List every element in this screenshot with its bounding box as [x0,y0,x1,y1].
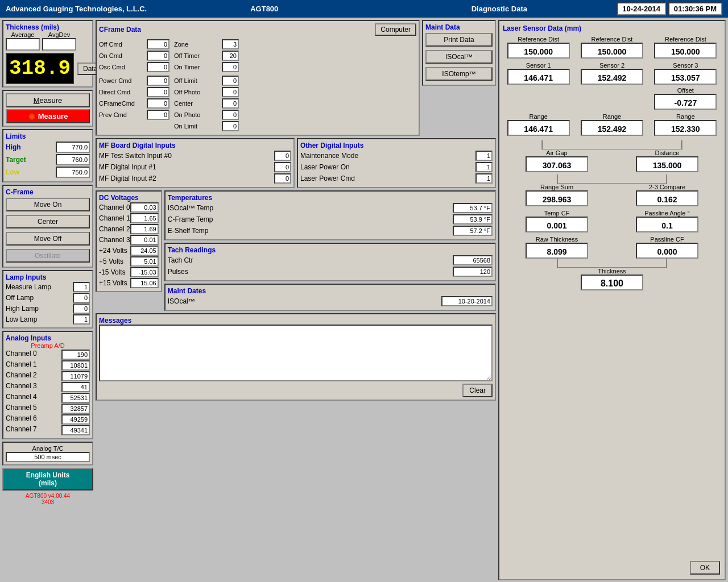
compare-label: 2-3 Compare [649,184,685,190]
high-lamp-val[interactable] [73,304,90,314]
mf-digital1-val[interactable] [274,162,291,172]
sensor1-label: Sensor 1 [526,62,551,69]
cframe-cmd-val[interactable] [147,98,169,109]
thickness-node-val: 8.100 [581,275,643,290]
dc-ch0-val[interactable] [130,202,159,213]
analog-ch5-val[interactable] [61,404,90,414]
dc-ch2-val[interactable] [130,224,159,234]
dc-ch3-label: Channel 3 [99,236,130,244]
dc-5v-row: +5 Volts [99,256,159,267]
measure-red-button[interactable]: Measure [6,109,90,123]
power-cmd-val[interactable] [147,76,169,86]
measure-top-button[interactable]: Measure [6,93,90,107]
on-timer-val[interactable] [222,62,239,72]
range3-val: 152.330 [654,120,717,136]
measure-section: Measure Measure [2,90,93,127]
ref-dist-2-val: 150.000 [581,43,643,59]
dc-ch3-val[interactable] [130,235,159,245]
on-cmd-label: On Cmd [99,52,144,59]
messages-area[interactable] [99,325,493,381]
dc-24v-val[interactable] [130,246,159,256]
analog-ch7-val[interactable] [61,425,90,435]
laser-dot-icon [28,113,36,120]
ref-dist-3-label: Reference Dist [665,36,706,43]
mf-digital2-val[interactable] [274,173,291,184]
osc-cmd-val[interactable] [147,62,169,72]
temperatures-title: Temperatures [168,194,493,202]
isotemp-button[interactable]: ISOtemp™ [425,67,493,81]
ok-button[interactable]: OK [690,561,720,575]
on-photo-val[interactable] [222,110,239,120]
analog-ch2-val[interactable] [61,371,90,381]
cframe-temp-val[interactable] [453,214,493,225]
off-limit-val[interactable] [222,76,239,86]
print-data-button[interactable]: Print Data [425,33,493,47]
dc-ch1-val[interactable] [130,213,159,223]
eshelf-temp-val[interactable] [453,226,493,236]
passline-cf-label: Passline CF [650,236,684,243]
pulses-val[interactable] [453,267,493,277]
mf-test-val[interactable] [274,151,291,161]
analog-ch1-val[interactable] [61,360,90,371]
center-button[interactable]: Center [6,215,90,228]
clear-button[interactable]: Clear [462,384,493,397]
dc-5v-label: +5 Volts [99,257,123,265]
messages-title: Messages [99,317,493,325]
analog-ch3-val[interactable] [61,382,90,392]
cfd-center-row: Center [174,98,239,109]
low-input[interactable] [56,167,90,178]
measure-lamp-val[interactable] [73,282,90,292]
analog-ch0-val[interactable] [61,350,90,360]
analog-ch1-label: Channel 1 [6,360,37,371]
analog-ch6-val[interactable] [61,414,90,425]
center-val[interactable] [222,98,239,109]
thickness-label: Thickness (mils) [6,23,90,31]
dc-5v-val[interactable] [130,256,159,267]
low-lamp-val[interactable] [73,314,90,325]
average-input[interactable] [6,38,40,51]
units-button[interactable]: English Units(mils) [2,468,93,490]
dc-15v-val[interactable] [130,278,159,288]
isocal-button[interactable]: ISOcal™ [425,50,493,64]
laser-power-on-val[interactable] [475,162,493,172]
off-timer-val[interactable] [222,51,239,61]
direct-cmd-label: Direct Cmd [99,89,144,95]
zone-val[interactable] [222,39,239,49]
isocal-temp-val[interactable] [453,203,493,213]
high-input[interactable] [56,142,90,153]
computer-button[interactable]: Computer [375,23,416,36]
on-limit-val[interactable] [222,121,239,131]
dc-ch3-row: Channel 3 [99,235,159,245]
avgdev-input[interactable] [42,38,76,51]
dc-ch1-row: Channel 1 [99,213,159,223]
center-val-label: Center [174,100,220,107]
off-cmd-val[interactable] [147,39,169,49]
measure-lamp-label: Measure Lamp [6,283,51,291]
temp-cf-label: Temp CF [544,210,570,217]
laser-power-cmd-row: Laser Power Cmd [300,173,493,184]
target-input[interactable] [56,154,90,165]
move-off-button[interactable]: Move Off [6,232,90,246]
on-cmd-val[interactable] [147,51,169,61]
off-photo-val[interactable] [222,87,239,97]
pulses-row: Pulses [168,267,493,277]
direct-cmd-val[interactable] [147,87,169,97]
analog-inputs-title: Analog Inputs [6,334,90,342]
maintenance-mode-val[interactable] [475,151,493,161]
on-limit-label: On Limit [174,123,220,130]
time-display: 01:30:36 PM [668,2,722,15]
laser-power-cmd-val[interactable] [475,173,493,184]
offset-val: -0.727 [654,94,717,110]
oscillate-button: Oscillate [6,249,90,263]
raw-thickness-label: Raw Thickness [536,236,578,243]
analog-tc-value: 500 msec [6,452,90,462]
move-on-button[interactable]: Move On [6,198,90,211]
tach-ctr-val[interactable] [453,255,493,265]
analog-row-1: Channel 1 [6,360,90,371]
off-lamp-val[interactable] [73,293,90,303]
prev-cmd-val[interactable] [147,110,169,120]
analog-ch4-val[interactable] [61,393,90,403]
dc-neg15v-val[interactable] [130,267,159,277]
isocal-date-val[interactable] [441,296,493,306]
cframe-data-section: CFrame Data Computer Off Cmd On Cmd [96,20,420,136]
